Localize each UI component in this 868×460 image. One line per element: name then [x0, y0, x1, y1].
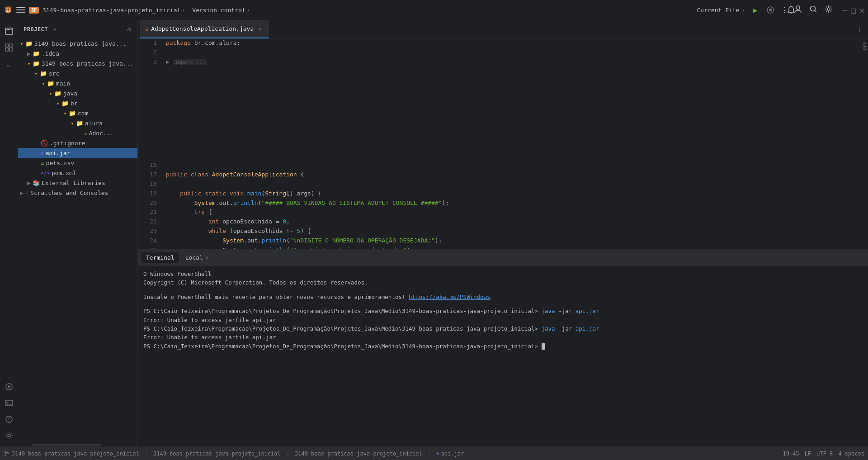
terminal-tab-local[interactable]: Local ✕ — [181, 252, 213, 263]
gitignore-icon: 🚫 — [41, 140, 48, 147]
code-line-21: try { — [166, 208, 856, 217]
content-area: ☕ AdopetConsoleApplication.java ✕ ⋮ 1 2 … — [138, 20, 868, 446]
main-folder-icon: 📁 — [47, 80, 54, 87]
activity-terminal-icon[interactable] — [2, 396, 16, 410]
breadcrumb-separator1: › — [145, 451, 148, 457]
tree-item-module[interactable]: ▾ 📁 3149-boas-praticas-java... — [18, 58, 137, 68]
status-time[interactable]: 19:45 — [783, 451, 799, 457]
code-line-gap8 — [166, 133, 856, 142]
maximize-button[interactable]: □ — [851, 5, 856, 15]
settings-icon[interactable] — [824, 5, 833, 15]
code-line-2 — [166, 48, 856, 57]
svg-text:IJ: IJ — [6, 8, 11, 13]
editor-tab-adopet[interactable]: ☕ AdopetConsoleApplication.java ✕ — [140, 20, 269, 38]
terminal-blank1 — [143, 287, 863, 293]
tree-item-root[interactable]: ▾ 📁 3149-boas-praticas-java... — [18, 38, 137, 48]
terminal-line-error1: Error: Unable to access jarfile api.jar — [143, 316, 863, 324]
sidebar-header: Project ▾ ⚙ — [18, 20, 137, 38]
breadcrumb-item2[interactable]: 3149-boas-praticas-java-projeto_inicial — [295, 451, 422, 457]
activity-structure-icon[interactable] — [2, 40, 16, 55]
alura-folder-label: alura — [85, 120, 103, 127]
local-tab-close-icon[interactable]: ✕ — [206, 255, 209, 261]
sidebar-title: Project ▾ — [24, 26, 57, 33]
tabs-more-button[interactable]: ⋮ — [853, 24, 866, 34]
search-icon[interactable] — [809, 5, 818, 15]
hamburger-menu-button[interactable] — [16, 5, 25, 14]
gitignore-label: .gitignore — [50, 140, 85, 147]
terminal-line-cmd1: PS C:\Caio_Teixeira\Programacao\Projetos… — [143, 307, 863, 315]
tree-item-idea[interactable]: ▶ 📁 .idea — [18, 48, 137, 58]
tree-item-com[interactable]: ▾ 📁 com — [18, 108, 137, 118]
cmd2-prefix: PS C:\Caio_Teixeira\Programacao\Projetos… — [143, 325, 538, 332]
install-hint-text: Instale o PowerShell mais recente para o… — [143, 294, 405, 300]
project-title[interactable]: 3149-boas-praticas-java-projeto_inicial … — [42, 7, 185, 14]
module-folder-label: 3149-boas-praticas-java... — [42, 60, 134, 67]
ext-libs-icon: 📚 — [33, 180, 40, 186]
cmd1-dash-jar: -jar — [558, 308, 572, 314]
debug-button[interactable] — [765, 5, 775, 15]
java-folder-label: java — [63, 90, 77, 97]
code-line-3: ▶ import ... — [166, 57, 856, 67]
src-expand-icon: ▾ — [34, 70, 38, 77]
terminal-content[interactable]: O Windows PowerShell Copyright (C) Micro… — [138, 266, 868, 446]
code-content[interactable]: package br.com.alura; ▶ import ... — [160, 38, 862, 249]
tree-item-pets-csv[interactable]: ≡ pets.csv — [18, 158, 137, 168]
tree-item-gitignore[interactable]: 🚫 .gitignore — [18, 138, 137, 148]
activity-problems-icon[interactable] — [2, 412, 16, 427]
sidebar-scrollbar[interactable] — [18, 443, 137, 446]
status-indent[interactable]: 4 spaces — [838, 451, 864, 457]
code-line-25: System.out.println("1 -> Listar abrigos … — [166, 246, 856, 249]
error2-text: Error: Unable to access jarfile api.jar — [143, 334, 276, 341]
activity-settings-bottom-icon[interactable] — [2, 428, 16, 443]
tree-item-scratches[interactable]: ▶ ≡ Scratches and Consoles — [18, 188, 137, 198]
activity-more-icon[interactable]: ⋯ — [2, 58, 16, 73]
activity-project-icon[interactable] — [2, 24, 16, 38]
code-editor: 1 2 3 — [138, 38, 868, 249]
status-line-ending[interactable]: LF — [805, 451, 811, 457]
terminal-line-cmd3: PS C:\Caio_Teixeira\Programacao\Projetos… — [143, 342, 863, 351]
tab-close-button[interactable]: ✕ — [256, 25, 264, 33]
notifications-button[interactable] — [787, 5, 796, 16]
breadcrumb-item3-container[interactable]: ◈ api.jar — [436, 451, 464, 457]
line-numbers: 1 2 3 — [138, 38, 160, 249]
window-controls: ─ □ ✕ — [842, 5, 864, 15]
com-folder-label: com — [78, 110, 88, 117]
tree-item-adoc[interactable]: ☕ Adoc... — [18, 128, 137, 138]
minimize-button[interactable]: ─ — [842, 5, 847, 15]
run-button[interactable]: ▶ — [750, 5, 760, 15]
alura-folder-icon: 📁 — [76, 120, 83, 127]
scratches-label: Scratches and Consoles — [30, 190, 108, 196]
sidebar-gear-icon[interactable]: ⚙ — [127, 25, 132, 34]
breadcrumb-item1[interactable]: 3149-boas-praticas-java-projeto_inicial — [153, 451, 281, 457]
status-bar-right: 19:45 LF UTF-8 4 spaces — [783, 451, 865, 457]
tree-item-pom-xml[interactable]: </> pom.xml — [18, 168, 137, 178]
ps-link[interactable]: https://aka.ms/PSWindows — [409, 294, 491, 300]
close-button[interactable]: ✕ — [859, 5, 864, 15]
tree-item-api-jar[interactable]: ◈ api.jar — [18, 148, 137, 158]
svg-rect-13 — [5, 48, 9, 51]
code-line-gap10 — [166, 152, 856, 161]
tree-item-java-folder[interactable]: ▾ 📁 java — [18, 88, 137, 98]
tree-item-external-libs[interactable]: ▶ 📚 External Libraries — [18, 178, 137, 188]
title-bar-right: Current File ▾ ▶ ⋮ — [697, 5, 864, 15]
api-jar-label: api.jar — [46, 150, 71, 156]
tree-item-br[interactable]: ▾ 📁 br — [18, 98, 137, 108]
tree-item-src[interactable]: ▾ 📁 src — [18, 68, 137, 78]
git-branch-status[interactable]: 3149-boas-praticas-java-projeto_inicial — [4, 451, 139, 457]
activity-run-configs-icon[interactable] — [2, 379, 16, 394]
status-encoding[interactable]: UTF-8 — [816, 451, 833, 457]
br-folder-label: br — [71, 100, 78, 107]
current-file-button[interactable]: Current File ▾ — [697, 7, 745, 14]
code-line-gap4 — [166, 95, 856, 104]
cmd2-jar-file: api.jar — [576, 325, 599, 332]
terminal-tab-terminal[interactable]: Terminal — [142, 252, 179, 263]
cmd2-java: java — [542, 325, 555, 332]
svg-point-20 — [9, 421, 9, 422]
tree-item-main[interactable]: ▾ 📁 main — [18, 78, 137, 88]
editor-scrollbar[interactable]: OFF — [862, 38, 868, 249]
java-folder-icon: 📁 — [54, 90, 61, 97]
code-line-23: while (opcaoEscolhida != 5) { — [166, 227, 856, 236]
tree-item-alura[interactable]: ▾ 📁 alura — [18, 118, 137, 128]
terminal-line-install: Instale o PowerShell mais recente para o… — [143, 293, 863, 301]
version-control-button[interactable]: Version control ▾ — [192, 7, 250, 14]
